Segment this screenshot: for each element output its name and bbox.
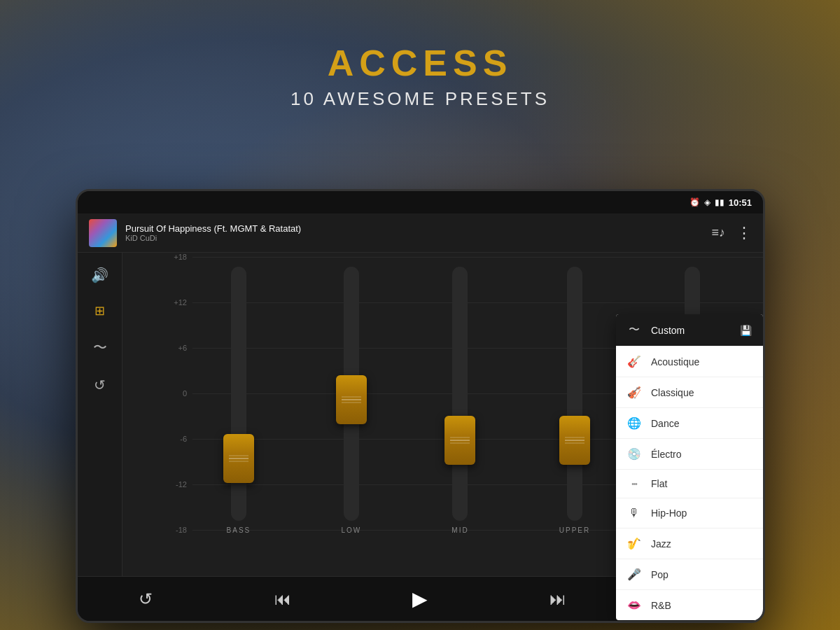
fader-mid-handle[interactable] xyxy=(444,416,475,465)
page-title: ACCESS xyxy=(0,42,840,84)
preset-item-pop[interactable]: 🎤 Pop xyxy=(616,559,763,590)
fader-low-label: LOW xyxy=(341,526,361,534)
album-art xyxy=(89,219,117,247)
preset-classique-icon: 🎻 xyxy=(627,386,641,399)
song-info: Pursuit Of Happiness (Ft. MGMT & Ratatat… xyxy=(89,219,711,247)
battery-icon: ▮▮ xyxy=(715,197,724,207)
song-title: Pursuit Of Happiness (Ft. MGMT & Ratatat… xyxy=(125,223,301,234)
preset-rnb-icon: 👄 xyxy=(627,598,641,612)
song-artist: KiD CuDi xyxy=(125,234,301,242)
fader-upper-label: UPPER xyxy=(559,526,590,534)
fader-mid-track[interactable] xyxy=(452,267,468,521)
preset-jazz-label: Jazz xyxy=(651,538,752,550)
grid-line-18plus: +18 xyxy=(167,253,763,261)
fader-low-handle[interactable] xyxy=(336,375,367,424)
preset-item-flat[interactable]: ••• Flat xyxy=(616,470,763,498)
preset-pop-icon: 🎤 xyxy=(627,568,641,581)
wifi-icon: ◈ xyxy=(704,197,710,207)
preset-flat-label: Flat xyxy=(651,478,752,489)
presets-dropdown: 〜 Custom 💾 🎸 Acoustique 🎻 Classique 🌐 xyxy=(616,314,763,620)
preset-acoustique-label: Acoustique xyxy=(651,356,752,368)
grid-label-18plus: +18 xyxy=(167,253,187,261)
preset-jazz-icon: 🎷 xyxy=(627,537,641,550)
repeat-icon[interactable]: ↺ xyxy=(94,377,106,393)
preset-item-custom[interactable]: 〜 Custom 💾 xyxy=(616,314,763,346)
queue-icon[interactable]: ≡♪ xyxy=(711,225,725,240)
preset-acoustique-icon: 🎸 xyxy=(627,355,641,368)
preset-flat-icon: ••• xyxy=(627,480,641,488)
preset-custom-label: Custom xyxy=(651,325,730,336)
fader-bass: BASS xyxy=(227,267,251,534)
next-button[interactable]: ⏭ xyxy=(550,589,566,609)
preset-electro-icon: 💿 xyxy=(627,447,641,461)
preset-item-electro[interactable]: 💿 Électro xyxy=(616,439,763,470)
waveform-icon[interactable]: 〜 xyxy=(93,338,107,357)
repeat-button[interactable]: ↺ xyxy=(139,589,153,609)
fader-mid-label: MID xyxy=(451,526,468,534)
preset-item-jazz[interactable]: 🎷 Jazz xyxy=(616,528,763,559)
main-content: 🔊 ⊞ 〜 ↺ +18 +12 +6 xyxy=(78,253,763,576)
status-time: 10:51 xyxy=(729,197,752,208)
preset-hiphop-icon: 🎙 xyxy=(627,507,641,519)
preset-save-icon[interactable]: 💾 xyxy=(740,325,752,336)
preset-electro-label: Électro xyxy=(651,449,752,460)
toolbar: Pursuit Of Happiness (Ft. MGMT & Ratatat… xyxy=(78,214,763,253)
fader-bass-label: BASS xyxy=(227,526,251,534)
header-section: ACCESS 10 AWESOME PRESETS xyxy=(0,42,840,110)
preset-classique-label: Classique xyxy=(651,387,752,398)
more-options-icon[interactable]: ⋮ xyxy=(736,224,752,242)
fader-upper: UPPER xyxy=(559,267,590,534)
left-sidebar: 🔊 ⊞ 〜 ↺ xyxy=(78,253,122,576)
alarm-icon: ⏰ xyxy=(690,197,700,207)
preset-dance-icon: 🌐 xyxy=(627,416,641,430)
fader-low-track[interactable] xyxy=(344,267,359,521)
side-button xyxy=(76,392,78,420)
preset-item-rnb[interactable]: 👄 R&B xyxy=(616,590,763,620)
fader-upper-track[interactable] xyxy=(567,267,582,521)
song-details: Pursuit Of Happiness (Ft. MGMT & Ratatat… xyxy=(125,223,301,242)
status-bar: ⏰ ◈ ▮▮ 10:51 xyxy=(78,191,763,214)
fader-bass-track[interactable] xyxy=(231,267,246,521)
preset-custom-icon: 〜 xyxy=(627,323,641,337)
preset-item-hiphop[interactable]: 🎙 Hip-Hop xyxy=(616,498,763,528)
eq-sliders-icon[interactable]: ⊞ xyxy=(94,303,105,318)
preset-item-dance[interactable]: 🌐 Dance xyxy=(616,408,763,439)
preset-item-classique[interactable]: 🎻 Classique xyxy=(616,377,763,408)
eq-area: +18 +12 +6 0 -6 xyxy=(122,253,763,576)
fader-upper-handle[interactable] xyxy=(559,416,590,465)
speaker-icon[interactable]: 🔊 xyxy=(91,267,108,284)
prev-button[interactable]: ⏮ xyxy=(274,589,291,609)
fader-mid: MID xyxy=(451,267,468,534)
preset-dance-label: Dance xyxy=(651,418,752,429)
preset-item-acoustique[interactable]: 🎸 Acoustique xyxy=(616,346,763,377)
preset-hiphop-label: Hip-Hop xyxy=(651,507,752,519)
preset-pop-label: Pop xyxy=(651,569,752,580)
grid-ruler xyxy=(192,257,763,258)
preset-rnb-label: R&B xyxy=(651,600,752,611)
fader-bass-handle[interactable] xyxy=(223,434,254,483)
play-button[interactable]: ▶ xyxy=(412,587,428,610)
status-icons: ⏰ ◈ ▮▮ 10:51 xyxy=(690,197,752,208)
fader-low: LOW xyxy=(341,267,361,534)
toolbar-actions: ≡♪ ⋮ xyxy=(711,224,752,242)
tablet-device: ⏰ ◈ ▮▮ 10:51 Pursuit Of Happiness (Ft. M… xyxy=(76,189,765,623)
page-subtitle: 10 AWESOME PRESETS xyxy=(0,88,840,110)
